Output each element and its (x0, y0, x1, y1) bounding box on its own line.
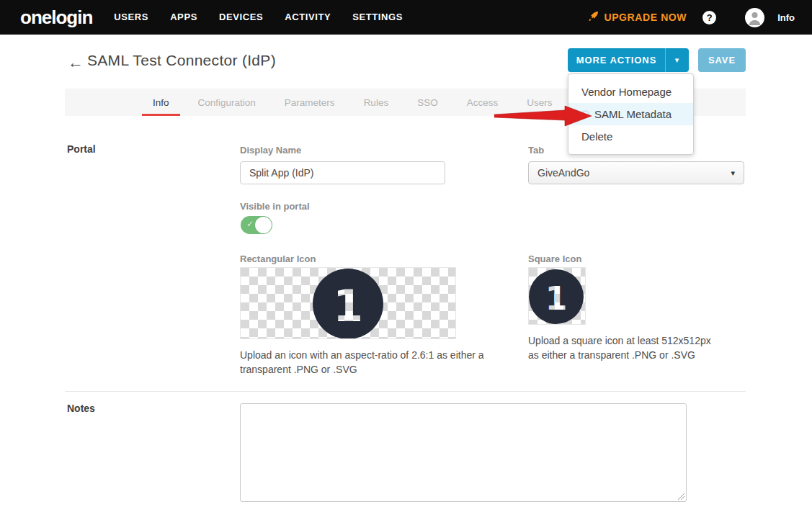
more-actions-button[interactable]: MORE ACTIONS ▾ (568, 48, 689, 72)
nav-item-apps[interactable]: APPS (170, 0, 197, 35)
back-arrow-icon[interactable]: ← (68, 53, 84, 72)
app-number-glyph-square: 1 (545, 280, 568, 317)
toggle-knob (255, 217, 272, 233)
help-glyph: ? (707, 12, 713, 23)
square-icon-caption: Upload a square icon at least 512x512px … (528, 333, 724, 363)
more-actions-caret[interactable]: ▾ (665, 48, 689, 72)
square-icon-label: Square Icon (528, 253, 581, 264)
nav-item-settings[interactable]: SETTINGS (352, 0, 403, 35)
person-icon (745, 8, 764, 27)
main-content: ← SAML Test Connector (IdP) MORE ACTIONS… (0, 35, 812, 512)
rectangular-icon-label: Rectangular Icon (240, 253, 316, 264)
avatar[interactable] (745, 8, 764, 27)
rectangular-icon-caption: Upload an icon with an aspect-ratio of 2… (240, 348, 494, 377)
user-menu-label[interactable]: Info (777, 12, 795, 23)
help-icon[interactable]: ? (702, 11, 716, 24)
app-number-glyph: 1 (333, 281, 363, 331)
tab-access[interactable]: Access (467, 89, 499, 116)
tab-field-label: Tab (528, 145, 544, 156)
upgrade-now-label: UPGRADE NOW (604, 12, 687, 23)
tab-select-value: GiveAndGo (537, 167, 731, 179)
rectangular-icon-preview[interactable]: 1 (240, 267, 456, 339)
nav-links: USERS APPS DEVICES ACTIVITY SETTINGS (114, 0, 403, 35)
display-name-label: Display Name (240, 145, 301, 156)
menu-item-delete[interactable]: Delete (568, 125, 693, 148)
nav-right: UPGRADE NOW ? Info (588, 8, 795, 27)
save-button[interactable]: SAVE (698, 48, 746, 72)
display-name-input[interactable] (240, 161, 445, 184)
visible-in-portal-toggle[interactable]: ✓ (241, 216, 272, 234)
visible-in-portal-label: Visible in portal (240, 201, 310, 212)
tab-info[interactable]: Info (153, 89, 169, 116)
nav-item-activity[interactable]: ACTIVITY (285, 0, 331, 35)
more-actions-label: MORE ACTIONS (568, 55, 665, 66)
page-title: SAML Test Connector (IdP) (87, 52, 276, 69)
portal-section-label: Portal (67, 143, 96, 155)
nav-item-devices[interactable]: DEVICES (219, 0, 263, 35)
chevron-down-icon: ▾ (675, 55, 679, 65)
menu-item-vendor-homepage[interactable]: Vendor Homepage (568, 81, 693, 103)
menu-item-saml-metadata[interactable]: SAML Metadata (568, 103, 693, 125)
top-nav: onelogin USERS APPS DEVICES ACTIVITY SET… (0, 0, 812, 35)
square-icon-preview[interactable]: 1 (528, 267, 586, 325)
onelogin-logo[interactable]: onelogin (20, 0, 92, 35)
check-icon: ✓ (246, 219, 254, 229)
more-actions-menu: Vendor Homepage SAML Metadata Delete (568, 73, 694, 155)
upgrade-now-link[interactable]: UPGRADE NOW (588, 11, 687, 24)
tab-sso[interactable]: SSO (417, 89, 438, 116)
tab-configuration[interactable]: Configuration (198, 89, 256, 116)
menu-item-saml-metadata-label: SAML Metadata (594, 108, 672, 120)
notes-section-label: Notes (67, 403, 95, 414)
spinner-icon (581, 110, 589, 118)
tab-parameters[interactable]: Parameters (285, 89, 335, 116)
rocket-icon (588, 11, 599, 24)
tab-rules[interactable]: Rules (364, 89, 389, 116)
tab-users[interactable]: Users (527, 89, 552, 116)
section-divider (65, 391, 746, 392)
nav-item-users[interactable]: USERS (114, 0, 148, 35)
select-caret-icon: ▾ (731, 169, 735, 178)
tab-select[interactable]: GiveAndGo ▾ (528, 161, 744, 184)
notes-textarea[interactable] (240, 403, 687, 502)
